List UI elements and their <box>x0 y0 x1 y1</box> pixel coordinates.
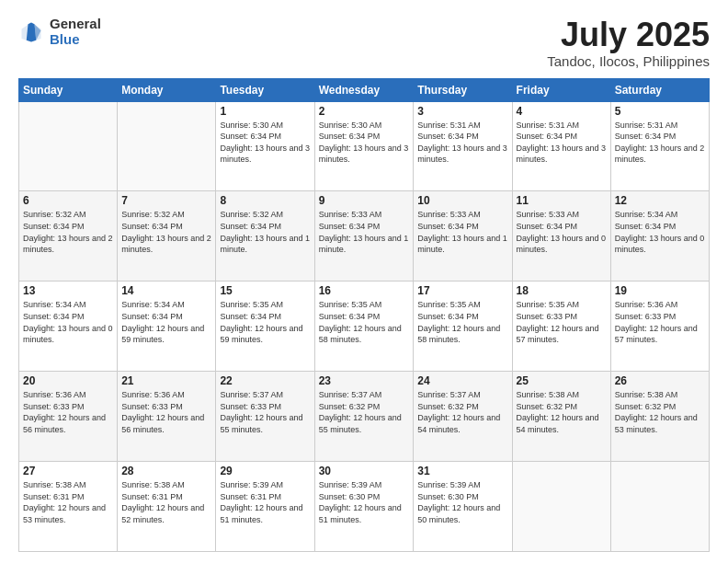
calendar-cell: 29Sunrise: 5:39 AM Sunset: 6:31 PM Dayli… <box>216 462 314 552</box>
day-info: Sunrise: 5:38 AM Sunset: 6:32 PM Dayligh… <box>615 389 705 435</box>
calendar-cell: 10Sunrise: 5:33 AM Sunset: 6:34 PM Dayli… <box>414 191 512 282</box>
day-info: Sunrise: 5:35 AM Sunset: 6:34 PM Dayligh… <box>417 299 507 345</box>
calendar-cell: 15Sunrise: 5:35 AM Sunset: 6:34 PM Dayli… <box>216 282 314 372</box>
day-info: Sunrise: 5:35 AM Sunset: 6:33 PM Dayligh… <box>517 299 607 345</box>
day-number: 17 <box>417 284 507 297</box>
day-info: Sunrise: 5:38 AM Sunset: 6:32 PM Dayligh… <box>517 389 607 435</box>
day-number: 18 <box>517 284 607 297</box>
calendar-cell: 6Sunrise: 5:32 AM Sunset: 6:34 PM Daylig… <box>19 191 118 282</box>
title-block: July 2025 Tandoc, Ilocos, Philippines <box>547 17 710 69</box>
day-info: Sunrise: 5:39 AM Sunset: 6:31 PM Dayligh… <box>220 479 310 525</box>
day-info: Sunrise: 5:34 AM Sunset: 6:34 PM Dayligh… <box>23 299 113 345</box>
day-info: Sunrise: 5:36 AM Sunset: 6:33 PM Dayligh… <box>121 389 211 435</box>
calendar-cell: 27Sunrise: 5:38 AM Sunset: 6:31 PM Dayli… <box>19 462 118 552</box>
calendar-cell: 5Sunrise: 5:31 AM Sunset: 6:34 PM Daylig… <box>610 101 709 191</box>
day-info: Sunrise: 5:32 AM Sunset: 6:34 PM Dayligh… <box>121 209 211 255</box>
calendar-cell <box>610 462 709 552</box>
logo-text: General Blue <box>50 17 101 47</box>
day-info: Sunrise: 5:37 AM Sunset: 6:32 PM Dayligh… <box>319 389 410 435</box>
calendar-cell: 8Sunrise: 5:32 AM Sunset: 6:34 PM Daylig… <box>216 191 314 282</box>
day-number: 3 <box>417 105 507 118</box>
calendar-cell <box>19 101 118 191</box>
day-info: Sunrise: 5:32 AM Sunset: 6:34 PM Dayligh… <box>220 209 310 255</box>
day-info: Sunrise: 5:31 AM Sunset: 6:34 PM Dayligh… <box>517 120 607 166</box>
calendar-cell: 3Sunrise: 5:31 AM Sunset: 6:34 PM Daylig… <box>414 101 512 191</box>
day-info: Sunrise: 5:30 AM Sunset: 6:34 PM Dayligh… <box>319 120 410 166</box>
calendar-header-monday: Monday <box>118 78 216 101</box>
logo-blue: Blue <box>50 32 101 48</box>
day-info: Sunrise: 5:31 AM Sunset: 6:34 PM Dayligh… <box>615 120 705 166</box>
day-info: Sunrise: 5:36 AM Sunset: 6:33 PM Dayligh… <box>615 299 705 345</box>
day-number: 9 <box>319 194 410 207</box>
calendar-table: SundayMondayTuesdayWednesdayThursdayFrid… <box>18 78 710 552</box>
calendar-cell: 16Sunrise: 5:35 AM Sunset: 6:34 PM Dayli… <box>314 282 414 372</box>
calendar-header-wednesday: Wednesday <box>314 78 414 101</box>
day-info: Sunrise: 5:38 AM Sunset: 6:31 PM Dayligh… <box>23 479 113 525</box>
day-number: 6 <box>23 194 113 207</box>
day-number: 23 <box>319 374 410 387</box>
day-number: 30 <box>319 465 410 477</box>
logo: General Blue <box>18 17 101 47</box>
day-number: 4 <box>517 105 607 118</box>
day-number: 20 <box>23 374 113 387</box>
calendar-header-sunday: Sunday <box>19 78 118 101</box>
calendar-cell: 18Sunrise: 5:35 AM Sunset: 6:33 PM Dayli… <box>512 282 610 372</box>
calendar-week-row: 6Sunrise: 5:32 AM Sunset: 6:34 PM Daylig… <box>19 191 710 282</box>
day-number: 21 <box>121 374 211 387</box>
day-info: Sunrise: 5:38 AM Sunset: 6:31 PM Dayligh… <box>121 479 211 525</box>
calendar-header-tuesday: Tuesday <box>216 78 314 101</box>
calendar-cell <box>512 462 610 552</box>
calendar-cell: 25Sunrise: 5:38 AM Sunset: 6:32 PM Dayli… <box>512 372 610 462</box>
day-number: 1 <box>220 105 310 118</box>
day-number: 2 <box>319 105 410 118</box>
calendar-cell: 30Sunrise: 5:39 AM Sunset: 6:30 PM Dayli… <box>314 462 414 552</box>
day-number: 10 <box>417 194 507 207</box>
day-number: 31 <box>417 465 507 477</box>
calendar-cell: 26Sunrise: 5:38 AM Sunset: 6:32 PM Dayli… <box>610 372 709 462</box>
calendar-week-row: 13Sunrise: 5:34 AM Sunset: 6:34 PM Dayli… <box>19 282 710 372</box>
calendar-cell: 2Sunrise: 5:30 AM Sunset: 6:34 PM Daylig… <box>314 101 414 191</box>
calendar-week-row: 20Sunrise: 5:36 AM Sunset: 6:33 PM Dayli… <box>19 372 710 462</box>
calendar-cell: 28Sunrise: 5:38 AM Sunset: 6:31 PM Dayli… <box>118 462 216 552</box>
day-info: Sunrise: 5:35 AM Sunset: 6:34 PM Dayligh… <box>220 299 310 345</box>
calendar-cell: 11Sunrise: 5:33 AM Sunset: 6:34 PM Dayli… <box>512 191 610 282</box>
calendar-header-friday: Friday <box>512 78 610 101</box>
day-number: 27 <box>23 465 113 477</box>
day-info: Sunrise: 5:35 AM Sunset: 6:34 PM Dayligh… <box>319 299 410 345</box>
logo-general: General <box>50 17 101 32</box>
calendar-cell: 7Sunrise: 5:32 AM Sunset: 6:34 PM Daylig… <box>118 191 216 282</box>
day-info: Sunrise: 5:32 AM Sunset: 6:34 PM Dayligh… <box>23 209 113 255</box>
calendar-cell: 21Sunrise: 5:36 AM Sunset: 6:33 PM Dayli… <box>118 372 216 462</box>
day-info: Sunrise: 5:33 AM Sunset: 6:34 PM Dayligh… <box>319 209 410 255</box>
day-number: 22 <box>220 374 310 387</box>
calendar-cell <box>118 101 216 191</box>
calendar-cell: 14Sunrise: 5:34 AM Sunset: 6:34 PM Dayli… <box>118 282 216 372</box>
calendar-week-row: 27Sunrise: 5:38 AM Sunset: 6:31 PM Dayli… <box>19 462 710 552</box>
calendar-cell: 13Sunrise: 5:34 AM Sunset: 6:34 PM Dayli… <box>19 282 118 372</box>
calendar-header-saturday: Saturday <box>610 78 709 101</box>
calendar-cell: 12Sunrise: 5:34 AM Sunset: 6:34 PM Dayli… <box>610 191 709 282</box>
day-info: Sunrise: 5:33 AM Sunset: 6:34 PM Dayligh… <box>517 209 607 255</box>
day-number: 8 <box>220 194 310 207</box>
day-number: 11 <box>517 194 607 207</box>
calendar-cell: 4Sunrise: 5:31 AM Sunset: 6:34 PM Daylig… <box>512 101 610 191</box>
day-number: 14 <box>121 284 211 297</box>
day-number: 7 <box>121 194 211 207</box>
calendar-header-row: SundayMondayTuesdayWednesdayThursdayFrid… <box>19 78 710 101</box>
day-number: 29 <box>220 465 310 477</box>
day-number: 25 <box>517 374 607 387</box>
day-number: 28 <box>121 465 211 477</box>
logo-icon <box>18 19 44 45</box>
day-number: 5 <box>615 105 705 118</box>
day-number: 13 <box>23 284 113 297</box>
day-info: Sunrise: 5:30 AM Sunset: 6:34 PM Dayligh… <box>220 120 310 166</box>
main-title: July 2025 <box>547 17 710 53</box>
day-info: Sunrise: 5:39 AM Sunset: 6:30 PM Dayligh… <box>319 479 410 525</box>
calendar-cell: 17Sunrise: 5:35 AM Sunset: 6:34 PM Dayli… <box>414 282 512 372</box>
day-number: 24 <box>417 374 507 387</box>
page: General Blue July 2025 Tandoc, Ilocos, P… <box>0 0 728 563</box>
calendar-cell: 19Sunrise: 5:36 AM Sunset: 6:33 PM Dayli… <box>610 282 709 372</box>
calendar-cell: 24Sunrise: 5:37 AM Sunset: 6:32 PM Dayli… <box>414 372 512 462</box>
calendar-cell: 9Sunrise: 5:33 AM Sunset: 6:34 PM Daylig… <box>314 191 414 282</box>
calendar-cell: 20Sunrise: 5:36 AM Sunset: 6:33 PM Dayli… <box>19 372 118 462</box>
